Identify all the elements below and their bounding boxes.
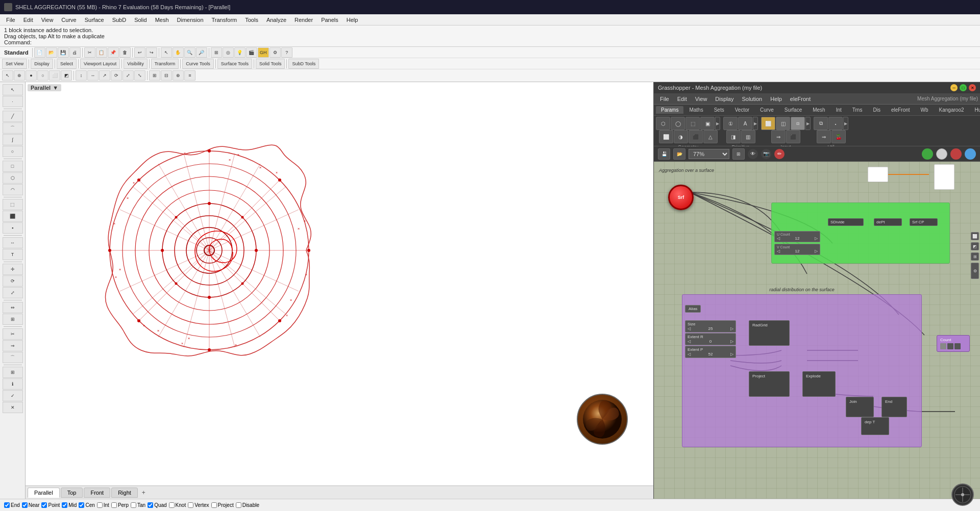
- gh-white-panel-2[interactable]: [934, 164, 954, 190]
- gh-geo-btn3[interactable]: ⬚: [685, 117, 700, 130]
- menu-transform[interactable]: Transform: [208, 16, 241, 24]
- gh-geo-btn4[interactable]: ▣: [700, 117, 715, 130]
- gh-menu-solution[interactable]: Solution: [738, 95, 766, 103]
- gh-tab-curve[interactable]: Curve: [755, 106, 779, 114]
- lt-arc[interactable]: ◠: [3, 184, 23, 195]
- tb-icon-11[interactable]: ⤢: [122, 70, 134, 81]
- viewport-dropdown-arrow[interactable]: ▼: [53, 85, 58, 91]
- gh-maximize-button[interactable]: □: [960, 84, 967, 91]
- tb-icon-1[interactable]: ↖: [2, 70, 13, 81]
- gh-extentp-node[interactable]: Extent P ◁52▷: [685, 346, 736, 358]
- gh-tab-elefront[interactable]: eleFront: [886, 106, 915, 114]
- tb-undo[interactable]: ↩: [134, 47, 145, 58]
- lt-dim[interactable]: ↔: [3, 237, 23, 248]
- gh-save-btn[interactable]: 💾: [658, 148, 670, 160]
- gh-menu-file[interactable]: File: [656, 95, 673, 103]
- tb-icon-13[interactable]: ⊞: [149, 70, 160, 81]
- lt-surface[interactable]: ⬚: [3, 199, 23, 210]
- gh-dept-node[interactable]: dePt: [874, 218, 902, 226]
- tb-osnap[interactable]: ◎: [223, 47, 234, 58]
- gh-tab-params[interactable]: Params: [656, 106, 683, 114]
- tb-display[interactable]: Display: [31, 59, 53, 69]
- gh-tab-surface[interactable]: Surface: [779, 106, 807, 114]
- gh-sdivide-node[interactable]: SDivide: [828, 218, 864, 226]
- lt-select[interactable]: ↖: [3, 84, 23, 95]
- menu-tools[interactable]: Tools: [241, 16, 262, 24]
- gh-tab-trns[interactable]: Trns: [847, 106, 868, 114]
- gh-tab-dis[interactable]: Dis: [868, 106, 885, 114]
- gh-sphere1[interactable]: [936, 148, 947, 160]
- lt-rotate[interactable]: ⟳: [3, 275, 23, 287]
- tb-redo[interactable]: ↪: [146, 47, 157, 58]
- vp-tab-parallel[interactable]: Parallel: [28, 488, 60, 498]
- gh-geometry-expander[interactable]: ▶: [715, 117, 720, 130]
- gh-white-panel[interactable]: [868, 167, 888, 182]
- tb-subd-tools[interactable]: SubD Tools: [288, 59, 319, 69]
- gh-geo-btn6[interactable]: ◑: [674, 130, 688, 143]
- tb-icon-6[interactable]: ◩: [61, 70, 72, 81]
- gh-inp-btn3[interactable]: ⧈: [791, 117, 805, 130]
- tb-setview[interactable]: Set View: [2, 59, 27, 69]
- snap-point-checkbox[interactable]: [41, 502, 47, 508]
- gh-alias-node[interactable]: Alias: [685, 305, 701, 313]
- tb-icon-7[interactable]: ↕: [76, 70, 87, 81]
- snap-end-checkbox[interactable]: [4, 502, 10, 508]
- tb-new[interactable]: 📄: [34, 47, 45, 58]
- tb-pan[interactable]: ✋: [173, 47, 184, 58]
- gh-primitive-expander[interactable]: ▶: [753, 117, 758, 130]
- tb-help[interactable]: ?: [281, 47, 292, 58]
- gh-project-node[interactable]: Project: [749, 371, 790, 397]
- gh-menu-edit[interactable]: Edit: [673, 95, 691, 103]
- gh-right-btn3[interactable]: ⊞: [971, 252, 979, 261]
- gh-eye-icon[interactable]: 👁: [748, 149, 758, 159]
- lt-layer[interactable]: ⊞: [3, 367, 23, 378]
- tb-icon-5[interactable]: ⬜: [49, 70, 60, 81]
- snap-project-checkbox[interactable]: [211, 502, 217, 508]
- gh-u-count-node[interactable]: U Count ◁12▷: [774, 231, 820, 242]
- gh-radgrid-node[interactable]: RadGrid: [749, 320, 790, 346]
- gh-open-btn[interactable]: 📂: [673, 148, 685, 160]
- tb-cut[interactable]: ✂: [84, 47, 95, 58]
- gh-menu-help[interactable]: Help: [766, 95, 786, 103]
- gh-geo-btn2[interactable]: ◯: [671, 117, 685, 130]
- snap-near-checkbox[interactable]: [22, 502, 28, 508]
- gh-inp-btn5[interactable]: ⬛: [786, 130, 800, 143]
- gh-right-btn2[interactable]: ◩: [971, 242, 979, 250]
- lt-point[interactable]: ·: [3, 96, 23, 107]
- lt-solid[interactable]: ▪: [3, 222, 23, 234]
- gh-tab-kangaroo2[interactable]: Kangaroo2: [934, 106, 969, 114]
- gh-close-button[interactable]: ✕: [969, 84, 976, 91]
- gh-green-panel[interactable]: U Count ◁12▷ V Count ◁12▷ SDivide: [771, 202, 950, 264]
- tb-delete[interactable]: 🗑: [119, 47, 131, 58]
- gh-inp-btn4[interactable]: ⇒: [771, 130, 786, 143]
- snap-tan-checkbox[interactable]: [131, 502, 136, 508]
- gh-end-node[interactable]: End: [881, 397, 907, 417]
- tb-grasshopper[interactable]: GH: [258, 47, 269, 58]
- lt-polygon[interactable]: ⬡: [3, 172, 23, 184]
- gh-dept-node2[interactable]: dep T: [861, 417, 889, 435]
- gh-tab-human[interactable]: Human: [970, 106, 980, 114]
- lt-line[interactable]: ╱: [3, 111, 23, 122]
- gh-right-btn1[interactable]: ⬜: [971, 232, 979, 240]
- snap-perp-checkbox[interactable]: [111, 502, 117, 508]
- tb-open[interactable]: 📂: [46, 47, 57, 58]
- gh-prim-btn1[interactable]: ①: [723, 117, 738, 130]
- snap-disable-checkbox[interactable]: [236, 502, 241, 508]
- gh-tab-vector[interactable]: Vector: [730, 106, 754, 114]
- gh-util-expander[interactable]: ▶: [843, 117, 848, 130]
- lt-cancel[interactable]: ✕: [3, 402, 23, 413]
- menu-edit[interactable]: Edit: [19, 16, 37, 24]
- lt-array[interactable]: ⊞: [3, 314, 23, 325]
- gh-minimize-button[interactable]: ─: [950, 84, 958, 91]
- vp-tab-add[interactable]: +: [139, 488, 149, 497]
- gh-canvas[interactable]: Aggregation over a surface Srf U Count ◁…: [654, 162, 980, 499]
- gh-util-btn2[interactable]: ⬩: [828, 117, 843, 130]
- menu-mesh[interactable]: Mesh: [151, 16, 173, 24]
- gh-geo-btn5[interactable]: ⬜: [659, 130, 673, 143]
- snap-knot-checkbox[interactable]: [169, 502, 175, 508]
- lt-trim[interactable]: ✂: [3, 328, 23, 340]
- menu-curve[interactable]: Curve: [57, 16, 80, 24]
- lt-rect[interactable]: □: [3, 161, 23, 172]
- menu-subd[interactable]: SubD: [108, 16, 131, 24]
- vp-tab-front[interactable]: Front: [84, 488, 110, 498]
